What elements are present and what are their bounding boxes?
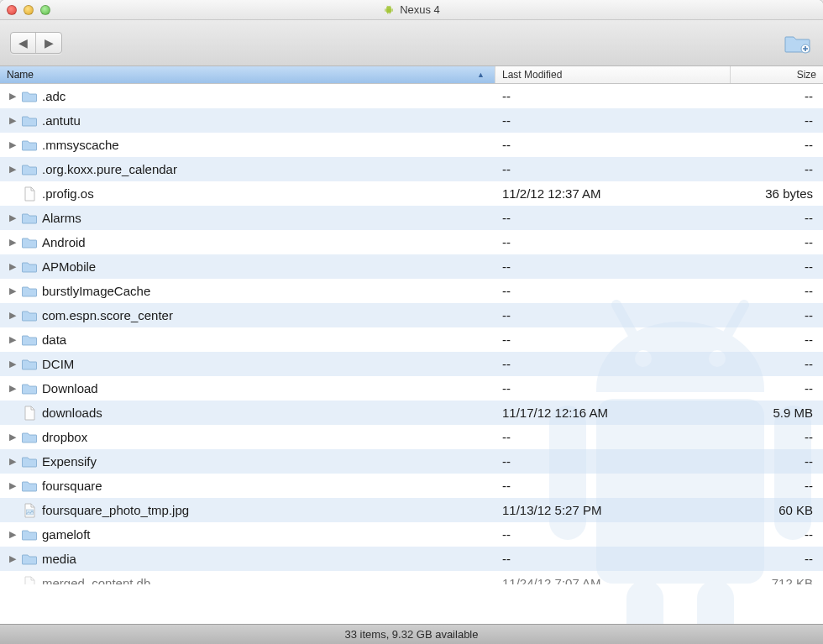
new-folder-button[interactable]	[783, 30, 813, 55]
list-item[interactable]: .profig.os11/2/12 12:37 AM36 bytes	[0, 181, 823, 206]
status-bar: 33 items, 9.32 GB available	[0, 624, 823, 644]
image-file-icon	[20, 503, 39, 518]
list-item[interactable]: ▶Alarms----	[0, 206, 823, 230]
size-cell: --	[731, 259, 823, 274]
folder-icon	[22, 552, 37, 565]
folder-icon	[20, 260, 39, 273]
file-icon	[20, 576, 39, 585]
folder-icon	[22, 309, 37, 322]
modified-cell: --	[495, 284, 731, 298]
chevron-left-icon: ◀	[18, 36, 28, 50]
list-item[interactable]: ▶.adc----	[0, 84, 823, 108]
list-item[interactable]: ▶.mmsyscache----	[0, 133, 823, 157]
list-item[interactable]: ▶.org.koxx.pure_calendar----	[0, 157, 823, 181]
file-icon	[20, 406, 39, 421]
disclosure-triangle-icon[interactable]: ▶	[7, 91, 18, 102]
folder-icon	[20, 139, 39, 151]
folder-icon	[22, 455, 37, 468]
folder-icon	[22, 260, 37, 273]
file-name: Alarms	[42, 211, 81, 225]
modified-cell: 11/2/12 12:37 AM	[495, 186, 731, 201]
list-item[interactable]: ▶com.espn.score_center----	[0, 303, 823, 327]
file-name: foursquare_photo_tmp.jpg	[42, 503, 189, 517]
modified-cell: --	[495, 138, 731, 152]
column-header-name[interactable]: Name ▲	[0, 66, 495, 83]
list-item[interactable]: ▶dropbox----	[0, 425, 823, 449]
disclosure-triangle-icon[interactable]: ▶	[7, 115, 18, 126]
minimize-button[interactable]	[24, 5, 34, 15]
list-item[interactable]: ▶Download----	[0, 376, 823, 401]
file-name: .mmsyscache	[42, 138, 119, 152]
size-cell: --	[731, 284, 823, 298]
list-item[interactable]: ▶media----	[0, 547, 823, 571]
list-item[interactable]: ▶.antutu----	[0, 108, 823, 133]
size-cell: --	[731, 552, 823, 566]
sort-ascending-icon: ▲	[477, 71, 485, 79]
name-cell: ▶.antutu	[0, 113, 495, 128]
folder-plus-icon	[784, 32, 811, 54]
disclosure-triangle-icon[interactable]: ▶	[7, 359, 18, 369]
column-header-size[interactable]: Size	[731, 66, 823, 83]
file-name: burstlyImageCache	[42, 284, 150, 298]
column-label: Name	[7, 69, 34, 81]
titlebar[interactable]: Nexus 4	[0, 0, 823, 20]
list-item[interactable]: downloads11/17/12 12:16 AM5.9 MB	[0, 401, 823, 425]
forward-button[interactable]: ▶	[36, 33, 61, 53]
size-cell: --	[731, 357, 823, 371]
list-item[interactable]: ▶foursquare----	[0, 474, 823, 498]
disclosure-triangle-icon[interactable]: ▶	[7, 383, 18, 394]
disclosure-triangle-icon[interactable]: ▶	[7, 261, 18, 272]
file-name: .org.koxx.pure_calendar	[42, 162, 177, 176]
list-item[interactable]: ▶Android----	[0, 230, 823, 254]
file-list[interactable]: ▶.adc----▶.antutu----▶.mmsyscache----▶.o…	[0, 84, 823, 624]
size-cell: --	[731, 89, 823, 103]
disclosure-triangle-icon[interactable]: ▶	[7, 480, 18, 491]
file-name: Android	[42, 235, 86, 249]
back-button[interactable]: ◀	[11, 33, 36, 53]
file-name: com.espn.score_center	[42, 308, 173, 322]
folder-icon	[20, 358, 39, 370]
list-item[interactable]: ▶burstlyImageCache----	[0, 279, 823, 303]
disclosure-triangle-icon[interactable]: ▶	[7, 432, 18, 442]
column-header-modified[interactable]: Last Modified	[495, 66, 731, 83]
list-item[interactable]: foursquare_photo_tmp.jpg11/13/12 5:27 PM…	[0, 498, 823, 522]
disclosure-triangle-icon[interactable]: ▶	[7, 456, 18, 467]
zoom-button[interactable]	[40, 5, 50, 15]
folder-icon	[20, 552, 39, 565]
disclosure-triangle-icon[interactable]: ▶	[7, 310, 18, 321]
list-item[interactable]: ▶APMobile----	[0, 254, 823, 279]
list-item[interactable]: merged_content.db11/24/12 7:07 AM712 KB	[0, 571, 823, 584]
modified-cell: --	[495, 357, 731, 371]
name-cell: ▶.org.koxx.pure_calendar	[0, 162, 495, 176]
disclosure-triangle-icon[interactable]: ▶	[7, 139, 18, 150]
folder-icon	[20, 333, 39, 346]
file-name: APMobile	[42, 259, 96, 274]
disclosure-triangle-icon[interactable]: ▶	[7, 553, 18, 564]
disclosure-triangle-icon[interactable]: ▶	[7, 285, 18, 296]
size-cell: --	[731, 308, 823, 322]
disclosure-triangle-icon[interactable]: ▶	[7, 334, 18, 345]
size-cell: 60 KB	[731, 503, 823, 517]
window-title: Nexus 4	[400, 3, 440, 16]
folder-icon	[20, 163, 39, 175]
column-label: Last Modified	[502, 69, 562, 81]
disclosure-triangle-icon[interactable]: ▶	[7, 529, 18, 540]
list-item[interactable]: ▶Expensify----	[0, 449, 823, 474]
disclosure-triangle-icon[interactable]: ▶	[7, 212, 18, 223]
list-item[interactable]: ▶DCIM----	[0, 352, 823, 376]
size-cell: --	[731, 113, 823, 128]
svg-rect-17	[626, 580, 663, 624]
folder-icon	[22, 163, 37, 175]
modified-cell: --	[495, 454, 731, 469]
file-icon	[24, 576, 36, 585]
disclosure-triangle-icon[interactable]: ▶	[7, 164, 18, 175]
file-name: .antutu	[42, 113, 81, 128]
modified-cell: --	[495, 113, 731, 128]
close-button[interactable]	[7, 5, 17, 15]
folder-icon	[22, 212, 37, 224]
folder-icon	[22, 90, 37, 102]
disclosure-triangle-icon[interactable]: ▶	[7, 237, 18, 248]
list-item[interactable]: ▶gameloft----	[0, 522, 823, 547]
list-item[interactable]: ▶data----	[0, 327, 823, 352]
modified-cell: 11/17/12 12:16 AM	[495, 406, 731, 420]
